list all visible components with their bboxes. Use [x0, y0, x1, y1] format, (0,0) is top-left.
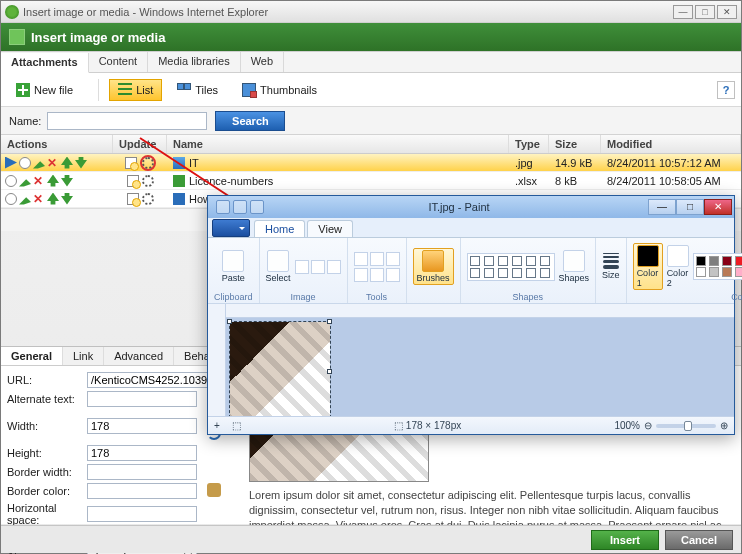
paint-close-button[interactable]: ✕: [704, 199, 732, 215]
paste-button[interactable]: Paste: [222, 250, 245, 283]
view-list-button[interactable]: List: [109, 79, 162, 101]
paint-file-button[interactable]: [212, 219, 250, 237]
resize-handle[interactable]: [327, 369, 332, 374]
resize-handle[interactable]: [327, 319, 332, 324]
paint-tab-view[interactable]: View: [307, 220, 353, 237]
edit-external-icon[interactable]: [142, 175, 154, 187]
search-button[interactable]: Search: [215, 111, 285, 131]
upload-icon[interactable]: [125, 157, 137, 169]
color1-button[interactable]: Color 1: [633, 243, 663, 290]
tab-web[interactable]: Web: [241, 52, 284, 72]
fill-icon[interactable]: [370, 252, 384, 266]
col-actions[interactable]: Actions: [1, 135, 113, 153]
upload-icon[interactable]: [127, 193, 139, 205]
delete-icon[interactable]: ✕: [33, 175, 45, 187]
shapes-button[interactable]: Shapes: [559, 250, 590, 283]
qat-redo-icon[interactable]: [250, 200, 264, 214]
border-width-input[interactable]: [87, 464, 197, 480]
tab-media-libraries[interactable]: Media libraries: [148, 52, 241, 72]
magnify-icon[interactable]: [386, 268, 400, 282]
rotate-icon[interactable]: [327, 260, 341, 274]
select-button[interactable]: Select: [266, 250, 291, 283]
upload-icon[interactable]: [127, 175, 139, 187]
palette-swatch[interactable]: [696, 267, 706, 277]
crop-icon[interactable]: [295, 260, 309, 274]
ie-max-button[interactable]: □: [695, 5, 715, 19]
resize-handle[interactable]: [227, 319, 232, 324]
filter-name-input[interactable]: [47, 112, 207, 130]
cancel-button[interactable]: Cancel: [665, 530, 733, 550]
view-thumbnails-button[interactable]: Thumbnails: [233, 79, 326, 101]
palette-swatch[interactable]: [722, 256, 732, 266]
zoom-thumb[interactable]: [684, 421, 692, 431]
move-up-icon[interactable]: [47, 193, 59, 205]
palette-swatch[interactable]: [696, 256, 706, 266]
col-update[interactable]: Update: [113, 135, 167, 153]
alt-input[interactable]: [87, 391, 197, 407]
ptab-general[interactable]: General: [1, 347, 63, 365]
pencil-icon[interactable]: [354, 252, 368, 266]
zoom-slider[interactable]: [656, 424, 716, 428]
paint-titlebar[interactable]: IT.jpg - Paint — □ ✕: [208, 196, 734, 218]
edit-external-icon[interactable]: [142, 157, 154, 169]
zoom-out-button[interactable]: ⊖: [644, 420, 652, 431]
palette-swatch[interactable]: [735, 256, 742, 266]
resize-icon[interactable]: [311, 260, 325, 274]
view-icon[interactable]: [5, 193, 17, 205]
brushes-button[interactable]: Brushes: [413, 248, 454, 285]
hspace-input[interactable]: [87, 506, 197, 522]
color-picker-icon[interactable]: [207, 483, 221, 497]
view-icon[interactable]: [5, 175, 17, 187]
ptab-link[interactable]: Link: [63, 347, 104, 365]
paint-max-button[interactable]: □: [676, 199, 704, 215]
edit-icon[interactable]: [19, 193, 31, 205]
url-input[interactable]: [87, 372, 217, 388]
ptab-advanced[interactable]: Advanced: [104, 347, 174, 365]
ie-close-button[interactable]: ✕: [717, 5, 737, 19]
shapes-gallery[interactable]: [467, 253, 555, 281]
col-size[interactable]: Size: [549, 135, 601, 153]
col-name[interactable]: Name: [167, 135, 509, 153]
palette-swatch[interactable]: [722, 267, 732, 277]
zoom-in-button[interactable]: ⊕: [720, 420, 728, 431]
paint-canvas[interactable]: [226, 318, 734, 416]
picker-icon[interactable]: [370, 268, 384, 282]
palette-swatch[interactable]: [735, 267, 742, 277]
eraser-icon[interactable]: [354, 268, 368, 282]
help-button[interactable]: ?: [717, 81, 735, 99]
grid-row[interactable]: ✕ Licence-numbers .xlsx 8 kB 8/24/2011 1…: [1, 172, 741, 190]
edit-icon[interactable]: [33, 157, 45, 169]
paint-min-button[interactable]: —: [648, 199, 676, 215]
color-palette[interactable]: [693, 253, 742, 280]
delete-icon[interactable]: ✕: [33, 193, 45, 205]
col-type[interactable]: Type: [509, 135, 549, 153]
width-input[interactable]: [87, 418, 197, 434]
grid-row[interactable]: ✕ IT .jpg 14.9 kB 8/24/2011 10:57:12 AM: [1, 154, 741, 172]
delete-icon[interactable]: ✕: [47, 157, 59, 169]
move-down-icon[interactable]: [75, 157, 87, 169]
tab-attachments[interactable]: Attachments: [1, 53, 89, 73]
select-icon[interactable]: [5, 157, 17, 169]
new-file-button[interactable]: New file: [7, 79, 82, 101]
palette-swatch[interactable]: [709, 267, 719, 277]
qat-undo-icon[interactable]: [233, 200, 247, 214]
text-icon[interactable]: [386, 252, 400, 266]
size-button[interactable]: Size: [602, 253, 620, 280]
palette-swatch[interactable]: [709, 256, 719, 266]
view-tiles-button[interactable]: Tiles: [168, 79, 227, 101]
move-down-icon[interactable]: [61, 175, 73, 187]
ie-min-button[interactable]: —: [673, 5, 693, 19]
move-up-icon[interactable]: [61, 157, 73, 169]
tab-content[interactable]: Content: [89, 52, 149, 72]
canvas-image[interactable]: [230, 322, 330, 416]
edit-icon[interactable]: [19, 175, 31, 187]
col-modified[interactable]: Modified: [601, 135, 741, 153]
border-color-input[interactable]: [87, 483, 197, 499]
color2-button[interactable]: Color 2: [667, 245, 689, 288]
insert-button[interactable]: Insert: [591, 530, 659, 550]
view-icon[interactable]: [19, 157, 31, 169]
paint-tab-home[interactable]: Home: [254, 220, 305, 237]
edit-external-icon[interactable]: [142, 193, 154, 205]
height-input[interactable]: [87, 445, 197, 461]
qat-save-icon[interactable]: [216, 200, 230, 214]
